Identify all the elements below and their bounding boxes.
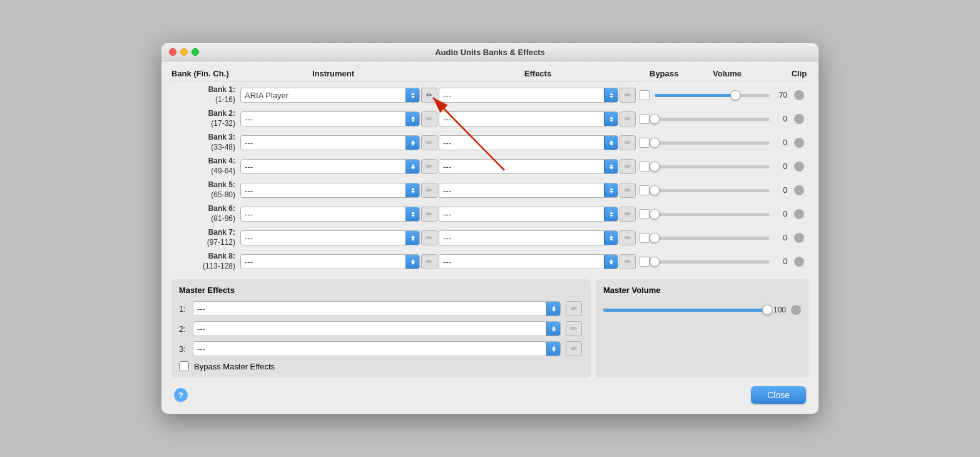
bank-row-6: Bank 6:(81-96) --- ✏ --- ✏ xyxy=(171,203,809,225)
bypass-master-checkbox[interactable] xyxy=(179,361,189,371)
master-effect-pencil-3[interactable]: ✏ xyxy=(566,341,582,356)
bypass-checkbox-5[interactable] xyxy=(640,185,650,195)
instrument-select-3[interactable]: --- xyxy=(240,135,420,150)
master-effect-stepper-1[interactable] xyxy=(546,301,560,316)
volume-track-4[interactable] xyxy=(655,165,770,168)
instrument-stepper-8[interactable] xyxy=(406,254,419,269)
effect-stepper-7[interactable] xyxy=(604,230,618,245)
instrument-pencil-7[interactable]: ✏ xyxy=(421,230,437,245)
effect-stepper-2[interactable] xyxy=(604,111,618,126)
effect-select-4[interactable]: --- xyxy=(439,159,618,174)
volume-track-6[interactable] xyxy=(655,213,770,216)
instrument-select-5[interactable]: --- xyxy=(240,183,420,198)
volume-track-8[interactable] xyxy=(655,260,770,264)
volume-thumb-1[interactable] xyxy=(730,90,740,100)
effect-select-8[interactable]: --- xyxy=(439,254,618,269)
volume-thumb-6[interactable] xyxy=(650,209,660,219)
volume-track-1[interactable] xyxy=(655,94,770,97)
instrument-stepper-4[interactable] xyxy=(406,159,419,174)
bypass-checkbox-7[interactable] xyxy=(640,233,650,243)
instrument-pencil-2[interactable]: ✏ xyxy=(421,111,437,126)
effect-pencil-6[interactable]: ✏ xyxy=(620,207,636,222)
effect-stepper-6[interactable] xyxy=(604,207,618,222)
master-effect-pencil-1[interactable]: ✏ xyxy=(566,301,582,316)
master-volume-fill xyxy=(603,309,767,312)
minimize-traffic-light[interactable] xyxy=(180,48,188,56)
bypass-checkbox-4[interactable] xyxy=(640,162,650,172)
instrument-pencil-5[interactable]: ✏ xyxy=(421,183,437,198)
instrument-select-6[interactable]: --- xyxy=(240,207,420,222)
volume-thumb-4[interactable] xyxy=(650,162,660,172)
volume-track-2[interactable] xyxy=(655,118,770,121)
effect-pencil-2[interactable]: ✏ xyxy=(620,111,636,126)
master-effect-stepper-3[interactable] xyxy=(546,341,560,356)
volume-thumb-7[interactable] xyxy=(650,233,660,243)
effect-stepper-3[interactable] xyxy=(604,135,618,150)
effect-select-7[interactable]: --- xyxy=(439,230,618,245)
bypass-checkbox-2[interactable] xyxy=(640,114,650,124)
volume-thumb-3[interactable] xyxy=(650,138,660,148)
footer: ? Close xyxy=(171,386,809,404)
effect-select-1[interactable]: --- xyxy=(439,88,618,103)
effect-select-5[interactable]: --- xyxy=(439,183,618,198)
instrument-select-1[interactable]: ARIA Player xyxy=(240,88,420,103)
master-volume-panel: Master Volume 100 xyxy=(596,279,809,377)
bypass-checkbox-1[interactable] xyxy=(640,90,650,100)
instrument-pencil-6[interactable]: ✏ xyxy=(421,207,437,222)
effect-pencil-4[interactable]: ✏ xyxy=(620,159,636,174)
master-effect-stepper-2[interactable] xyxy=(546,321,560,336)
close-traffic-light[interactable] xyxy=(169,48,176,56)
instrument-pencil-3[interactable]: ✏ xyxy=(421,135,437,150)
master-effect-text-1: --- xyxy=(193,304,546,314)
main-window: Audio Units Banks & Effects Bank (Fin. C… xyxy=(161,43,819,414)
bypass-checkbox-8[interactable] xyxy=(640,257,650,267)
instrument-pencil-8[interactable]: ✏ xyxy=(421,254,437,269)
instrument-stepper-1[interactable] xyxy=(406,88,419,103)
bypass-checkbox-3[interactable] xyxy=(640,138,650,148)
maximize-traffic-light[interactable] xyxy=(191,48,199,56)
volume-track-7[interactable] xyxy=(655,237,770,240)
instrument-select-4[interactable]: --- xyxy=(240,159,420,174)
effect-pencil-1[interactable]: ✏ xyxy=(620,88,636,103)
effect-select-3[interactable]: --- xyxy=(439,135,618,150)
effect-stepper-4[interactable] xyxy=(604,159,618,174)
instrument-stepper-5[interactable] xyxy=(406,183,419,198)
instrument-pencil-1[interactable]: ✏ xyxy=(421,88,437,103)
help-button[interactable]: ? xyxy=(174,388,188,402)
effect-pencil-8[interactable]: ✏ xyxy=(620,254,636,269)
master-effect-pencil-2[interactable]: ✏ xyxy=(566,321,582,336)
instrument-stepper-3[interactable] xyxy=(406,135,419,150)
master-volume-thumb[interactable] xyxy=(762,305,772,315)
instrument-select-7[interactable]: --- xyxy=(240,230,420,245)
effect-pencil-3[interactable]: ✏ xyxy=(620,135,636,150)
bypass-checkbox-6[interactable] xyxy=(640,209,650,219)
effect-text-8: --- xyxy=(439,257,604,267)
master-effect-row-1: 1: --- ✏ xyxy=(179,301,583,316)
master-effects-panel: Master Effects 1: --- ✏ 2: --- ✏ xyxy=(171,279,591,377)
master-effect-select-1[interactable]: --- xyxy=(193,301,561,316)
volume-thumb-2[interactable] xyxy=(650,114,660,124)
instrument-select-8[interactable]: --- xyxy=(240,254,420,269)
instrument-pencil-4[interactable]: ✏ xyxy=(421,159,437,174)
effect-select-6[interactable]: --- xyxy=(439,207,618,222)
effect-stepper-1[interactable] xyxy=(604,88,618,103)
effect-select-2[interactable]: --- xyxy=(439,111,618,126)
master-effect-select-2[interactable]: --- xyxy=(193,321,561,336)
effect-stepper-8[interactable] xyxy=(604,254,618,269)
volume-track-3[interactable] xyxy=(655,141,770,145)
close-button[interactable]: Close xyxy=(751,386,806,404)
master-effect-select-3[interactable]: --- xyxy=(193,341,561,356)
instrument-stepper-6[interactable] xyxy=(406,207,419,222)
effect-pencil-5[interactable]: ✏ xyxy=(620,183,636,198)
volume-track-5[interactable] xyxy=(655,189,770,192)
volume-cell-8: 0 xyxy=(652,257,790,266)
header-bank: Bank (Fin. Ch.) xyxy=(171,69,240,78)
instrument-stepper-2[interactable] xyxy=(406,111,419,126)
volume-thumb-8[interactable] xyxy=(650,257,660,267)
master-volume-track[interactable] xyxy=(603,309,767,312)
instrument-select-2[interactable]: --- xyxy=(240,111,420,126)
effect-pencil-7[interactable]: ✏ xyxy=(620,230,636,245)
effect-stepper-5[interactable] xyxy=(604,183,618,198)
volume-thumb-5[interactable] xyxy=(650,185,660,195)
instrument-stepper-7[interactable] xyxy=(406,230,419,245)
